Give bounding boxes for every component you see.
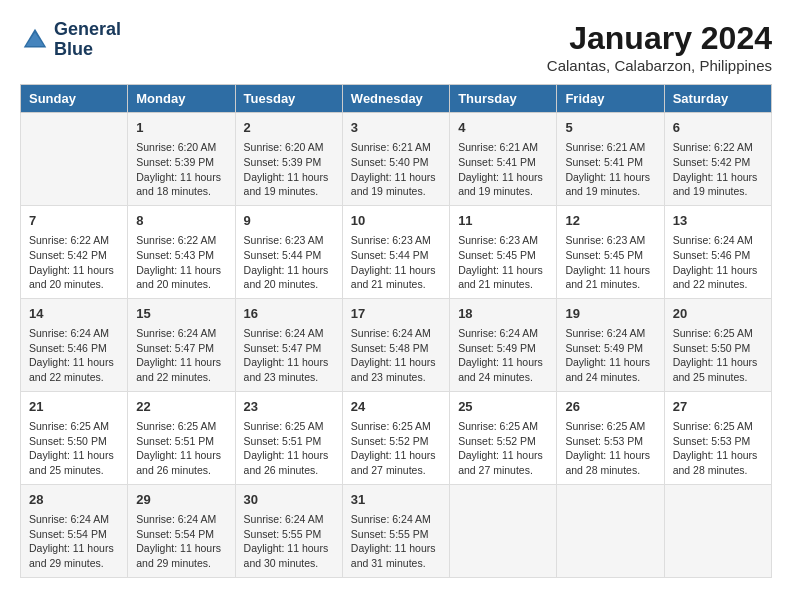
cell-content: Sunrise: 6:24 AM Sunset: 5:48 PM Dayligh… [351, 326, 441, 385]
calendar-cell: 21Sunrise: 6:25 AM Sunset: 5:50 PM Dayli… [21, 391, 128, 484]
cell-content: Sunrise: 6:23 AM Sunset: 5:45 PM Dayligh… [565, 233, 655, 292]
calendar-cell: 15Sunrise: 6:24 AM Sunset: 5:47 PM Dayli… [128, 298, 235, 391]
calendar-cell: 29Sunrise: 6:24 AM Sunset: 5:54 PM Dayli… [128, 484, 235, 577]
week-row-2: 7Sunrise: 6:22 AM Sunset: 5:42 PM Daylig… [21, 205, 772, 298]
column-header-tuesday: Tuesday [235, 85, 342, 113]
cell-content: Sunrise: 6:25 AM Sunset: 5:52 PM Dayligh… [458, 419, 548, 478]
cell-content: Sunrise: 6:24 AM Sunset: 5:54 PM Dayligh… [29, 512, 119, 571]
cell-content: Sunrise: 6:21 AM Sunset: 5:41 PM Dayligh… [565, 140, 655, 199]
calendar-cell: 27Sunrise: 6:25 AM Sunset: 5:53 PM Dayli… [664, 391, 771, 484]
day-number: 30 [244, 491, 334, 509]
calendar-cell: 31Sunrise: 6:24 AM Sunset: 5:55 PM Dayli… [342, 484, 449, 577]
column-headers: SundayMondayTuesdayWednesdayThursdayFrid… [21, 85, 772, 113]
calendar-cell: 11Sunrise: 6:23 AM Sunset: 5:45 PM Dayli… [450, 205, 557, 298]
calendar-cell: 10Sunrise: 6:23 AM Sunset: 5:44 PM Dayli… [342, 205, 449, 298]
day-number: 2 [244, 119, 334, 137]
day-number: 6 [673, 119, 763, 137]
day-number: 5 [565, 119, 655, 137]
cell-content: Sunrise: 6:25 AM Sunset: 5:51 PM Dayligh… [136, 419, 226, 478]
cell-content: Sunrise: 6:21 AM Sunset: 5:41 PM Dayligh… [458, 140, 548, 199]
calendar-cell: 28Sunrise: 6:24 AM Sunset: 5:54 PM Dayli… [21, 484, 128, 577]
day-number: 16 [244, 305, 334, 323]
day-number: 23 [244, 398, 334, 416]
day-number: 22 [136, 398, 226, 416]
week-row-5: 28Sunrise: 6:24 AM Sunset: 5:54 PM Dayli… [21, 484, 772, 577]
cell-content: Sunrise: 6:22 AM Sunset: 5:42 PM Dayligh… [673, 140, 763, 199]
calendar-cell: 1Sunrise: 6:20 AM Sunset: 5:39 PM Daylig… [128, 113, 235, 206]
cell-content: Sunrise: 6:25 AM Sunset: 5:51 PM Dayligh… [244, 419, 334, 478]
day-number: 19 [565, 305, 655, 323]
calendar-cell [450, 484, 557, 577]
cell-content: Sunrise: 6:22 AM Sunset: 5:43 PM Dayligh… [136, 233, 226, 292]
logo-text: General Blue [54, 20, 121, 60]
calendar-cell: 20Sunrise: 6:25 AM Sunset: 5:50 PM Dayli… [664, 298, 771, 391]
day-number: 15 [136, 305, 226, 323]
cell-content: Sunrise: 6:25 AM Sunset: 5:52 PM Dayligh… [351, 419, 441, 478]
cell-content: Sunrise: 6:24 AM Sunset: 5:49 PM Dayligh… [565, 326, 655, 385]
calendar-cell: 26Sunrise: 6:25 AM Sunset: 5:53 PM Dayli… [557, 391, 664, 484]
cell-content: Sunrise: 6:20 AM Sunset: 5:39 PM Dayligh… [136, 140, 226, 199]
day-number: 1 [136, 119, 226, 137]
day-number: 10 [351, 212, 441, 230]
cell-content: Sunrise: 6:24 AM Sunset: 5:47 PM Dayligh… [244, 326, 334, 385]
calendar-cell: 16Sunrise: 6:24 AM Sunset: 5:47 PM Dayli… [235, 298, 342, 391]
day-number: 7 [29, 212, 119, 230]
day-number: 21 [29, 398, 119, 416]
cell-content: Sunrise: 6:24 AM Sunset: 5:55 PM Dayligh… [244, 512, 334, 571]
cell-content: Sunrise: 6:23 AM Sunset: 5:45 PM Dayligh… [458, 233, 548, 292]
calendar-cell: 5Sunrise: 6:21 AM Sunset: 5:41 PM Daylig… [557, 113, 664, 206]
day-number: 3 [351, 119, 441, 137]
day-number: 9 [244, 212, 334, 230]
calendar-cell [664, 484, 771, 577]
title-block: January 2024 Calantas, Calabarzon, Phili… [547, 20, 772, 74]
cell-content: Sunrise: 6:21 AM Sunset: 5:40 PM Dayligh… [351, 140, 441, 199]
column-header-friday: Friday [557, 85, 664, 113]
cell-content: Sunrise: 6:20 AM Sunset: 5:39 PM Dayligh… [244, 140, 334, 199]
calendar-cell: 4Sunrise: 6:21 AM Sunset: 5:41 PM Daylig… [450, 113, 557, 206]
calendar-cell: 23Sunrise: 6:25 AM Sunset: 5:51 PM Dayli… [235, 391, 342, 484]
day-number: 14 [29, 305, 119, 323]
calendar-cell: 6Sunrise: 6:22 AM Sunset: 5:42 PM Daylig… [664, 113, 771, 206]
day-number: 28 [29, 491, 119, 509]
day-number: 12 [565, 212, 655, 230]
month-title: January 2024 [547, 20, 772, 57]
calendar-cell: 19Sunrise: 6:24 AM Sunset: 5:49 PM Dayli… [557, 298, 664, 391]
calendar-table: SundayMondayTuesdayWednesdayThursdayFrid… [20, 84, 772, 578]
day-number: 25 [458, 398, 548, 416]
day-number: 13 [673, 212, 763, 230]
calendar-cell: 24Sunrise: 6:25 AM Sunset: 5:52 PM Dayli… [342, 391, 449, 484]
calendar-cell: 22Sunrise: 6:25 AM Sunset: 5:51 PM Dayli… [128, 391, 235, 484]
logo: General Blue [20, 20, 121, 60]
column-header-monday: Monday [128, 85, 235, 113]
cell-content: Sunrise: 6:23 AM Sunset: 5:44 PM Dayligh… [244, 233, 334, 292]
calendar-cell [557, 484, 664, 577]
calendar-cell: 8Sunrise: 6:22 AM Sunset: 5:43 PM Daylig… [128, 205, 235, 298]
location-subtitle: Calantas, Calabarzon, Philippines [547, 57, 772, 74]
day-number: 4 [458, 119, 548, 137]
calendar-cell: 3Sunrise: 6:21 AM Sunset: 5:40 PM Daylig… [342, 113, 449, 206]
week-row-1: 1Sunrise: 6:20 AM Sunset: 5:39 PM Daylig… [21, 113, 772, 206]
calendar-cell: 2Sunrise: 6:20 AM Sunset: 5:39 PM Daylig… [235, 113, 342, 206]
calendar-cell: 13Sunrise: 6:24 AM Sunset: 5:46 PM Dayli… [664, 205, 771, 298]
column-header-saturday: Saturday [664, 85, 771, 113]
day-number: 26 [565, 398, 655, 416]
cell-content: Sunrise: 6:22 AM Sunset: 5:42 PM Dayligh… [29, 233, 119, 292]
column-header-wednesday: Wednesday [342, 85, 449, 113]
calendar-cell: 14Sunrise: 6:24 AM Sunset: 5:46 PM Dayli… [21, 298, 128, 391]
calendar-cell: 17Sunrise: 6:24 AM Sunset: 5:48 PM Dayli… [342, 298, 449, 391]
calendar-cell: 12Sunrise: 6:23 AM Sunset: 5:45 PM Dayli… [557, 205, 664, 298]
cell-content: Sunrise: 6:25 AM Sunset: 5:53 PM Dayligh… [673, 419, 763, 478]
cell-content: Sunrise: 6:24 AM Sunset: 5:49 PM Dayligh… [458, 326, 548, 385]
day-number: 29 [136, 491, 226, 509]
calendar-cell: 9Sunrise: 6:23 AM Sunset: 5:44 PM Daylig… [235, 205, 342, 298]
day-number: 8 [136, 212, 226, 230]
calendar-cell: 30Sunrise: 6:24 AM Sunset: 5:55 PM Dayli… [235, 484, 342, 577]
cell-content: Sunrise: 6:24 AM Sunset: 5:55 PM Dayligh… [351, 512, 441, 571]
column-header-thursday: Thursday [450, 85, 557, 113]
logo-icon [20, 25, 50, 55]
cell-content: Sunrise: 6:24 AM Sunset: 5:54 PM Dayligh… [136, 512, 226, 571]
calendar-cell: 25Sunrise: 6:25 AM Sunset: 5:52 PM Dayli… [450, 391, 557, 484]
week-row-4: 21Sunrise: 6:25 AM Sunset: 5:50 PM Dayli… [21, 391, 772, 484]
calendar-cell [21, 113, 128, 206]
page-header: General Blue January 2024 Calantas, Cala… [20, 20, 772, 74]
